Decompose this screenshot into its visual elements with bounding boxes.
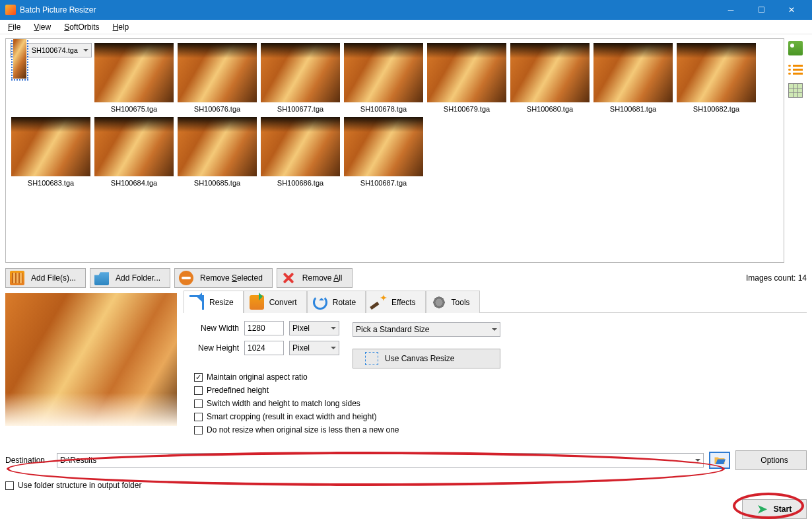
start-button[interactable]: ➤Start <box>742 499 807 519</box>
thumbnail-filename: SH100682.tga <box>675 105 757 113</box>
menu-softorbits[interactable]: SoftOrbits <box>59 21 104 33</box>
thumbnail-item[interactable]: SH100687.tga <box>343 117 424 187</box>
thumbnail-image <box>178 117 257 176</box>
folder-open-icon <box>714 454 726 466</box>
view-grid-icon[interactable] <box>788 83 803 98</box>
minimize-button[interactable]: ─ <box>716 0 746 20</box>
thumbnail-item[interactable]: SH100675.tga <box>93 43 175 113</box>
thumbnail-item[interactable]: SH100685.tga <box>176 117 258 187</box>
preview-image <box>5 293 177 426</box>
standard-size-select[interactable]: Pick a Standard Size <box>353 322 500 337</box>
window-title: Batch Picture Resizer <box>20 5 716 15</box>
picture-icon <box>10 271 24 285</box>
thumbnail-grid[interactable]: SH100674.tgaSH100675.tgaSH100676.tgaSH10… <box>5 38 784 263</box>
thumbnail-filename: SH100677.tga <box>259 105 341 113</box>
canvas-icon <box>365 352 378 365</box>
app-icon <box>5 5 16 15</box>
toolbar: Add File(s)... Add Folder... Remove Sele… <box>5 268 807 288</box>
thumbnail-image <box>344 117 423 176</box>
thumbnail-item[interactable]: SH100678.tga <box>343 43 424 113</box>
width-unit-select[interactable]: Pixel <box>289 321 339 335</box>
thumbnail-item[interactable]: SH100686.tga <box>259 117 341 187</box>
remove-all-button[interactable]: Remove All <box>277 268 353 288</box>
folder-structure-checkbox[interactable]: Use folder structure in output folder <box>5 481 807 490</box>
thumbnail-filename: SH100684.tga <box>93 179 175 187</box>
thumbnail-item[interactable]: SH100682.tga <box>675 43 757 113</box>
thumbnail-image <box>427 43 506 102</box>
thumbnail-filename: SH100681.tga <box>592 105 674 113</box>
view-list-icon[interactable] <box>788 62 803 77</box>
canvas-resize-button[interactable]: Use Canvas Resize <box>353 349 500 368</box>
browse-button[interactable] <box>709 452 730 469</box>
thumbnail-image <box>593 43 673 102</box>
convert-icon <box>250 295 264 310</box>
new-width-label: New Width <box>194 324 239 333</box>
gear-icon <box>432 295 446 310</box>
tab-rotate[interactable]: Rotate <box>307 291 366 313</box>
effects-icon <box>372 295 386 310</box>
titlebar: Batch Picture Resizer ─ ☐ ✕ <box>0 0 812 20</box>
thumbnail-image <box>261 43 340 102</box>
new-height-label: New Height <box>194 343 239 353</box>
view-large-icon[interactable] <box>788 41 803 55</box>
do-not-resize-checkbox[interactable]: Do not resize when original size is less… <box>194 425 807 434</box>
tab-tools[interactable]: Tools <box>426 291 480 313</box>
thumbnail-filename: SH100686.tga <box>259 179 341 187</box>
tab-convert[interactable]: Convert <box>244 291 307 313</box>
thumbnail-item[interactable]: SH100676.tga <box>176 43 258 113</box>
thumbnail-image <box>11 117 90 176</box>
resize-icon <box>189 295 204 310</box>
minus-icon <box>179 271 193 285</box>
thumbnail-filename: SH100678.tga <box>343 105 424 113</box>
rotate-icon <box>313 295 327 310</box>
remove-selected-button[interactable]: Remove Selected <box>174 268 273 288</box>
thumbnail-image <box>178 43 257 102</box>
thumbnail-item[interactable]: SH100679.tga <box>426 43 508 113</box>
thumbnail-filename: SH100674.tga <box>32 46 78 54</box>
thumbnail-image <box>510 43 590 102</box>
menu-help[interactable]: Help <box>108 21 135 33</box>
close-button[interactable]: ✕ <box>776 0 807 20</box>
destination-row: Destination D:\Results Options <box>0 446 812 474</box>
tab-effects[interactable]: Effects <box>366 291 425 313</box>
thumbnail-filename: SH100676.tga <box>176 105 258 113</box>
maintain-aspect-checkbox[interactable]: ✓Maintain original aspect ratio <box>194 372 807 382</box>
tab-resize[interactable]: Resize <box>184 291 244 313</box>
thumbnail-filename: SH100683.tga <box>10 179 92 187</box>
thumbnail-image <box>94 117 174 176</box>
destination-input[interactable]: D:\Results <box>57 453 704 468</box>
thumbnail-item[interactable]: SH100681.tga <box>592 43 674 113</box>
thumbnail-filename: SH100687.tga <box>343 179 424 187</box>
thumbnail-image <box>13 38 26 79</box>
thumbnail-filename: SH100680.tga <box>509 105 591 113</box>
add-files-button[interactable]: Add File(s)... <box>5 268 86 288</box>
smart-cropping-checkbox[interactable]: Smart cropping (result in exact width an… <box>194 412 807 421</box>
menubar: File View SoftOrbits Help <box>0 20 812 34</box>
options-button[interactable]: Options <box>735 450 807 470</box>
add-folder-button[interactable]: Add Folder... <box>90 268 170 288</box>
thumbnail-filename: SH100679.tga <box>426 105 508 113</box>
thumbnail-filename: SH100685.tga <box>176 179 258 187</box>
menu-view[interactable]: View <box>28 21 56 33</box>
thumbnail-image <box>677 43 756 102</box>
switch-sides-checkbox[interactable]: Switch width and height to match long si… <box>194 399 807 408</box>
new-height-input[interactable] <box>244 341 284 355</box>
resize-panel: New Width Pixel New Height Pixel Pick a … <box>184 312 807 434</box>
predefined-height-checkbox[interactable]: Predefined height <box>194 386 807 395</box>
thumbnail-item[interactable]: SH100684.tga <box>93 117 175 187</box>
height-unit-select[interactable]: Pixel <box>289 341 339 355</box>
maximize-button[interactable]: ☐ <box>746 0 776 20</box>
new-width-input[interactable] <box>244 321 284 335</box>
thumbnail-image <box>344 43 423 102</box>
thumbnail-image <box>261 117 340 176</box>
thumbnail-item[interactable]: SH100677.tga <box>259 43 341 113</box>
thumbnail-item[interactable]: SH100674.tga <box>10 43 92 57</box>
x-icon <box>281 271 296 285</box>
thumbnail-filename: SH100675.tga <box>93 105 175 113</box>
thumbnail-item[interactable]: SH100680.tga <box>509 43 591 113</box>
destination-label: Destination <box>5 456 51 465</box>
tab-row: Resize Convert Rotate Effects Tools <box>184 291 807 313</box>
thumbnail-item[interactable]: SH100683.tga <box>10 117 92 187</box>
play-icon: ➤ <box>757 502 767 516</box>
menu-file[interactable]: File <box>3 21 26 33</box>
